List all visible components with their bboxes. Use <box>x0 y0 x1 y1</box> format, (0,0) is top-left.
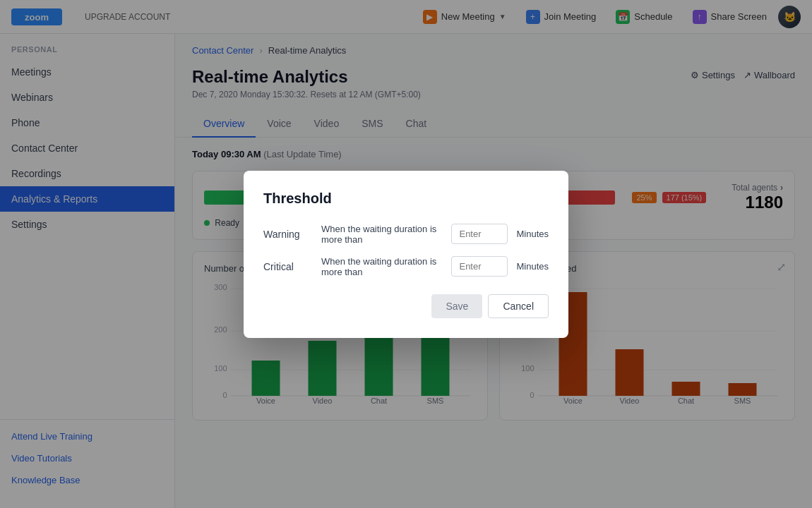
cancel-button[interactable]: Cancel <box>488 294 549 318</box>
modal-title: Threshold <box>263 190 549 207</box>
modal-overlay[interactable]: Threshold Warning When the waiting durat… <box>0 0 812 508</box>
warning-input[interactable] <box>451 224 508 244</box>
threshold-modal: Threshold Warning When the waiting durat… <box>244 171 568 338</box>
critical-unit: Minutes <box>516 261 549 272</box>
critical-input[interactable] <box>451 256 508 277</box>
warning-label: Warning <box>263 229 313 240</box>
save-button[interactable]: Save <box>431 294 482 318</box>
warning-description: When the waiting duration is more than <box>321 224 443 245</box>
critical-row: Critical When the waiting duration is mo… <box>263 256 549 277</box>
critical-label: Critical <box>263 261 313 272</box>
critical-description: When the waiting duration is more than <box>321 256 443 277</box>
warning-unit: Minutes <box>516 229 549 239</box>
warning-row: Warning When the waiting duration is mor… <box>263 224 549 245</box>
modal-actions: Save Cancel <box>263 294 549 318</box>
